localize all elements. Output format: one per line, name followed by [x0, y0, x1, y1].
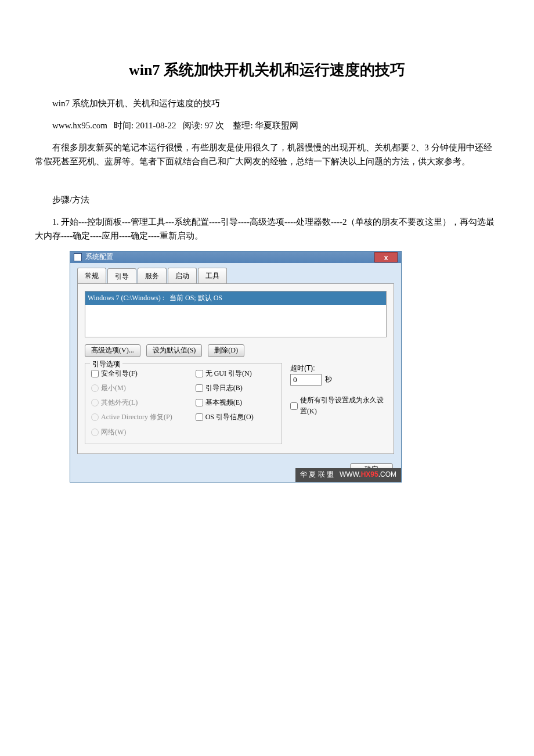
- system-config-window: www.bdocx.com 系统配置 x 常规 引导 服务 启动 工具 Wind…: [70, 251, 402, 483]
- set-default-button[interactable]: 设为默认值(S): [146, 344, 203, 357]
- alt-shell-label: 其他外壳(L): [101, 397, 138, 408]
- meta-read-label: 阅读:: [183, 121, 203, 130]
- boot-options-group: 引导选项 安全引导(F) 最小(M) 其他外壳(L): [85, 363, 282, 444]
- article-subtitle: win7 系统加快开机、关机和运行速度的技巧: [35, 96, 499, 110]
- timeout-unit: 秒: [325, 374, 332, 385]
- article-title: win7 系统加快开机关机和运行速度的技巧: [35, 58, 499, 82]
- close-button[interactable]: x: [374, 252, 398, 262]
- tab-services[interactable]: 服务: [138, 268, 167, 283]
- article-intro: 有很多朋友新买的笔记本运行很慢，有些朋友是使用很久了，机器慢慢的出现开机、关机都…: [35, 141, 499, 168]
- os-boot-info-checkbox[interactable]: OS 引导信息(O): [196, 412, 254, 423]
- tab-startup[interactable]: 启动: [168, 268, 197, 283]
- meta-site: www.hx95.com: [52, 121, 107, 130]
- os-boot-info-input[interactable]: [196, 413, 203, 421]
- timeout-input[interactable]: [290, 374, 322, 386]
- article-meta: www.hx95.com 时间: 2011-08-22 阅读: 97 次 整理:…: [35, 118, 499, 132]
- watermark-band: 华 夏 联 盟 WWW.HX95.COM: [295, 468, 401, 482]
- minimal-input: [91, 384, 99, 392]
- watermark-url-prefix: WWW.: [340, 470, 361, 478]
- network-radio: 网络(W): [91, 427, 172, 438]
- ad-repair-label: Active Directory 修复(P): [101, 412, 172, 423]
- tab-tools[interactable]: 工具: [198, 268, 227, 283]
- permanent-checkbox[interactable]: 使所有引导设置成为永久设置(K): [290, 395, 387, 417]
- tab-general[interactable]: 常规: [77, 268, 106, 283]
- no-gui-input[interactable]: [196, 370, 203, 377]
- step-1: 1. 开始---控制面板---管理工具---系统配置----引导----高级选项…: [35, 215, 499, 243]
- network-input: [91, 429, 99, 436]
- base-video-input[interactable]: [196, 399, 203, 406]
- boot-options-group-title: 引导选项: [90, 359, 122, 370]
- permanent-label: 使所有引导设置成为永久设置(K): [300, 395, 387, 417]
- meta-time-label: 时间:: [114, 121, 134, 130]
- alt-shell-radio: 其他外壳(L): [91, 397, 172, 408]
- minimal-radio: 最小(M): [91, 383, 172, 394]
- watermark-url-suffix: .COM: [378, 470, 396, 478]
- meta-org-value: 华夏联盟网: [255, 121, 298, 130]
- window-title: 系统配置: [85, 251, 113, 262]
- os-entry-extra: 当前 OS; 默认 OS: [169, 294, 222, 302]
- meta-read-value: 97 次: [205, 121, 225, 130]
- minimal-label: 最小(M): [101, 383, 126, 394]
- timeout-block: 超时(T): 秒: [290, 363, 387, 386]
- meta-org-label: 整理:: [233, 121, 252, 130]
- network-label: 网络(W): [101, 427, 126, 438]
- no-gui-checkbox[interactable]: 无 GUI 引导(N): [196, 368, 254, 379]
- steps-header: 步骤/方法: [35, 193, 499, 207]
- mid-button-row: 高级选项(V)... 设为默认值(S) 删除(D): [85, 344, 387, 357]
- boot-log-label: 引导日志(B): [205, 383, 243, 394]
- delete-button[interactable]: 删除(D): [208, 344, 244, 357]
- watermark-url-red: HX95: [361, 470, 378, 478]
- boot-panel: Windows 7 (C:\Windows) : 当前 OS; 默认 OS 高级…: [77, 283, 394, 454]
- tab-boot[interactable]: 引导: [107, 268, 136, 284]
- titlebar: 系统配置 x: [70, 251, 401, 263]
- os-boot-info-label: OS 引导信息(O): [205, 412, 254, 423]
- os-entry[interactable]: Windows 7 (C:\Windows) : 当前 OS; 默认 OS: [85, 291, 386, 305]
- tabs-bar: 常规 引导 服务 启动 工具: [77, 268, 401, 283]
- meta-time-value: 2011-08-22: [136, 121, 176, 130]
- timeout-label: 超时(T):: [290, 363, 387, 374]
- os-entry-name: Windows 7 (C:\Windows) :: [88, 294, 164, 302]
- boot-log-checkbox[interactable]: 引导日志(B): [196, 383, 254, 394]
- app-icon: [74, 253, 82, 261]
- permanent-input[interactable]: [290, 402, 298, 410]
- safe-boot-input[interactable]: [91, 370, 99, 377]
- no-gui-label: 无 GUI 引导(N): [205, 368, 252, 379]
- ad-repair-input: [91, 413, 99, 421]
- ad-repair-radio: Active Directory 修复(P): [91, 412, 172, 423]
- os-listbox[interactable]: Windows 7 (C:\Windows) : 当前 OS; 默认 OS: [85, 291, 387, 337]
- advanced-options-button[interactable]: 高级选项(V)...: [85, 344, 140, 357]
- base-video-label: 基本视频(E): [205, 397, 242, 408]
- base-video-checkbox[interactable]: 基本视频(E): [196, 397, 254, 408]
- alt-shell-input: [91, 399, 99, 406]
- watermark-brand: 华 夏 联 盟: [300, 469, 334, 480]
- bottom-button-row: 确定 华 夏 联 盟 WWW.HX95.COM: [70, 460, 401, 482]
- boot-log-input[interactable]: [196, 384, 203, 392]
